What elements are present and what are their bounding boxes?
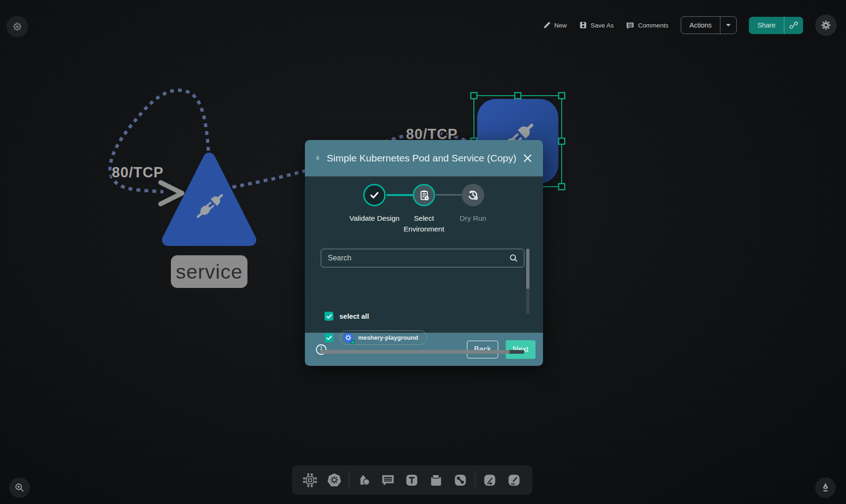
new-label: New <box>554 22 567 29</box>
dry-run-icon <box>466 189 479 202</box>
save-as-button[interactable]: Save As <box>579 21 614 29</box>
link-icon <box>790 21 798 29</box>
comment-tool-button[interactable] <box>378 469 398 491</box>
link-nodes-tool-button[interactable] <box>451 469 470 491</box>
step-validate-design[interactable] <box>363 184 386 206</box>
zoom-in-button[interactable] <box>9 477 30 498</box>
share-label: Share <box>757 21 776 29</box>
environment-row: meshery-playground <box>324 330 427 345</box>
edge-label-port: 80/TCP <box>106 164 169 181</box>
close-icon <box>522 153 533 163</box>
comment-icon <box>381 473 395 488</box>
modal-title: Simple Kubernetes Pod and Service (Copy) <box>327 153 516 164</box>
connected-status-dot <box>351 340 355 344</box>
select-all-row: select all <box>324 312 369 321</box>
share-button[interactable]: Share <box>749 17 784 34</box>
actions-dropdown-button[interactable] <box>720 17 736 34</box>
actions-split-button[interactable]: Actions <box>681 16 737 34</box>
text-icon <box>404 473 419 488</box>
deploy-modal: Simple Kubernetes Pod and Service (Copy) <box>305 140 543 366</box>
kubernetes-tool-button[interactable] <box>324 469 344 491</box>
sketch-tool-button[interactable] <box>504 469 524 491</box>
select-all-checkbox[interactable] <box>324 312 333 321</box>
environment-checkbox[interactable] <box>324 333 333 342</box>
pen-arrow-icon <box>482 473 497 488</box>
app-menu-button[interactable] <box>7 16 28 37</box>
search-icon <box>509 253 518 263</box>
note-icon <box>429 473 444 488</box>
actions-label: Actions <box>690 21 712 29</box>
step-dry-run[interactable] <box>462 184 484 206</box>
flower-logo-icon <box>12 21 22 32</box>
check-icon <box>326 313 332 320</box>
components-tool-button[interactable] <box>300 469 320 491</box>
step-connector-pending <box>436 194 462 196</box>
note-tool-button[interactable] <box>426 469 446 491</box>
circuit-icon <box>303 473 317 488</box>
comment-icon <box>626 21 634 30</box>
pen-mode-button[interactable] <box>815 477 836 498</box>
step-select-environment[interactable] <box>413 184 435 206</box>
horizontal-scrollbar[interactable] <box>320 350 524 354</box>
comments-label: Comments <box>638 22 668 29</box>
select-all-label: select all <box>339 312 369 320</box>
canvas-toolbar <box>292 465 532 495</box>
sketch-icon <box>507 473 522 488</box>
check-icon <box>368 189 381 201</box>
shapes-icon <box>356 473 371 488</box>
edge-arrowhead-icon <box>161 182 182 204</box>
comments-button[interactable]: Comments <box>626 21 668 30</box>
scrollbar-thumb[interactable] <box>526 249 529 289</box>
kubernetes-icon <box>327 473 342 488</box>
pen-nib-icon <box>820 482 831 493</box>
check-icon <box>326 335 332 341</box>
service-node[interactable] <box>168 159 250 240</box>
new-button[interactable]: New <box>543 21 567 29</box>
divider <box>349 471 349 490</box>
settings-button[interactable] <box>815 14 837 36</box>
step-connector-done <box>387 194 413 196</box>
pencil-icon <box>543 21 551 29</box>
environment-search[interactable] <box>321 249 524 267</box>
step-label-dry-run: Dry Run <box>445 213 501 224</box>
text-tool-button[interactable] <box>402 469 422 491</box>
scrollbar-thumb[interactable] <box>320 350 510 354</box>
caret-down-icon <box>726 23 731 27</box>
next-button[interactable]: Next <box>506 340 536 359</box>
vertical-scrollbar[interactable] <box>526 249 529 314</box>
service-node-label[interactable]: service <box>171 255 247 288</box>
zoom-in-icon <box>14 482 25 493</box>
environment-chip[interactable]: meshery-playground <box>340 330 427 345</box>
clipboard-gear-icon <box>418 189 430 202</box>
actions-button[interactable]: Actions <box>681 17 720 34</box>
search-input[interactable] <box>328 254 509 262</box>
divider <box>475 471 475 490</box>
shapes-tool-button[interactable] <box>354 469 374 491</box>
close-button[interactable] <box>522 152 533 164</box>
gear-icon <box>820 19 832 31</box>
edge-tool-button[interactable] <box>480 469 500 491</box>
modal-body: Validate Design Select Environment Dry R… <box>305 176 543 333</box>
back-button[interactable]: Back <box>467 341 498 358</box>
save-as-label: Save As <box>591 22 614 29</box>
floppy-icon <box>579 21 587 29</box>
nodes-icon <box>453 473 468 488</box>
top-toolbar: New Save As Comments Actions <box>543 14 837 36</box>
share-split-button[interactable]: Share <box>749 17 803 34</box>
meshery-logo-icon <box>315 150 321 166</box>
environment-name: meshery-playground <box>358 334 418 341</box>
copy-link-button[interactable] <box>784 17 803 34</box>
modal-header: Simple Kubernetes Pod and Service (Copy) <box>305 140 543 176</box>
